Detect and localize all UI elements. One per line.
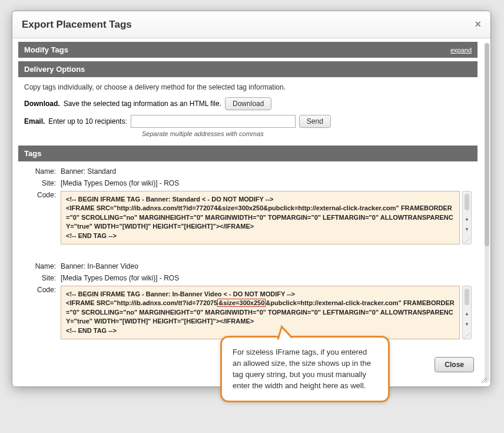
site-row: Site: [Media Types Demos (for wiki)] - R…: [24, 179, 472, 187]
delivery-options-bar: Delivery Options: [18, 61, 478, 77]
code-textarea[interactable]: <!-- BEGIN IFRAME TAG - Banner: Standard…: [61, 191, 460, 244]
dialog-title: Export Placement Tags: [22, 19, 132, 31]
export-dialog: Export Placement Tags × Modify Tags expa…: [12, 11, 491, 387]
close-icon[interactable]: ×: [475, 18, 481, 31]
dialog-titlebar: Export Placement Tags ×: [12, 11, 490, 38]
name-value: Banner: In-Banner Video: [61, 262, 472, 270]
tags-bar: Tags: [18, 146, 478, 161]
name-value: Banner: Standard: [61, 167, 472, 176]
close-button[interactable]: Close: [435, 357, 474, 372]
download-button[interactable]: Download: [225, 97, 271, 110]
email-label: Email.: [24, 117, 45, 125]
code-scrollbar[interactable]: ▲▼⋰: [462, 286, 472, 339]
site-label: Site:: [24, 274, 61, 282]
delivery-intro: Copy tags individually, or choose a deli…: [24, 83, 472, 91]
download-text: Save the selected tag information as an …: [64, 100, 221, 108]
code-scrollbar[interactable]: ▲▼⋰: [462, 191, 472, 244]
modify-tags-title: Modify Tags: [24, 45, 68, 54]
site-value: [Media Types Demos (for wiki)] - ROS: [61, 179, 472, 187]
code-label: Code:: [24, 191, 61, 244]
delivery-panel: Copy tags individually, or choose a deli…: [18, 77, 478, 146]
resize-grip-icon[interactable]: [480, 376, 488, 384]
tag-block: Name: Banner: Standard Site: [Media Type…: [18, 161, 478, 256]
dialog-scrollbar[interactable]: [485, 43, 489, 382]
code-textarea[interactable]: <!-- BEGIN IFRAME TAG - Banner: In-Banne…: [61, 286, 460, 339]
tags-title: Tags: [24, 149, 41, 158]
site-row: Site: [Media Types Demos (for wiki)] - R…: [24, 274, 472, 282]
code-label: Code:: [24, 286, 61, 339]
dialog-body: Modify Tags expand Delivery Options Copy…: [12, 38, 490, 386]
annotation-callout: For sizeless IFrame tags, if you entered…: [220, 336, 390, 402]
delivery-options-title: Delivery Options: [24, 65, 85, 74]
code-row: Code: <!-- BEGIN IFRAME TAG - Banner: St…: [24, 191, 472, 244]
download-label: Download.: [24, 100, 60, 108]
expand-link[interactable]: expand: [450, 47, 472, 54]
name-label: Name:: [24, 262, 61, 270]
name-row: Name: Banner: Standard: [24, 167, 472, 176]
name-label: Name:: [24, 167, 61, 176]
email-hint: Separate multiple addresses with commas: [142, 130, 472, 137]
site-value: [Media Types Demos (for wiki)] - ROS: [61, 274, 472, 282]
email-row: Email. Enter up to 10 recipients: Send: [24, 115, 472, 128]
code-row: Code: <!-- BEGIN IFRAME TAG - Banner: In…: [24, 286, 472, 339]
download-row: Download. Save the selected tag informat…: [24, 97, 472, 110]
email-input[interactable]: [131, 115, 296, 128]
name-row: Name: Banner: In-Banner Video: [24, 262, 472, 270]
email-text: Enter up to 10 recipients:: [48, 117, 127, 125]
site-label: Site:: [24, 179, 61, 187]
modify-tags-bar: Modify Tags expand: [18, 42, 478, 58]
send-button[interactable]: Send: [299, 115, 331, 128]
code-highlight: &size=300x250: [217, 299, 266, 307]
